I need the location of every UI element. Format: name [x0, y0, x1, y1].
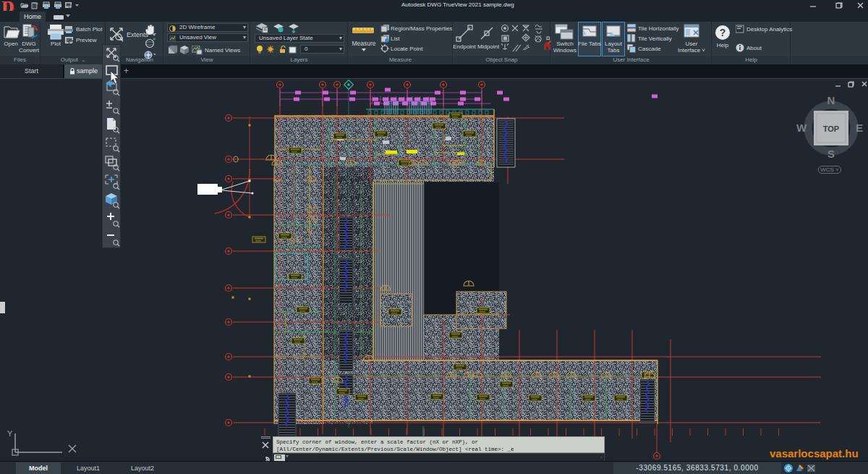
svg-text:Y: Y — [7, 429, 13, 438]
svg-text:TOP: TOP — [823, 124, 839, 133]
svg-text:?: ? — [720, 27, 726, 38]
